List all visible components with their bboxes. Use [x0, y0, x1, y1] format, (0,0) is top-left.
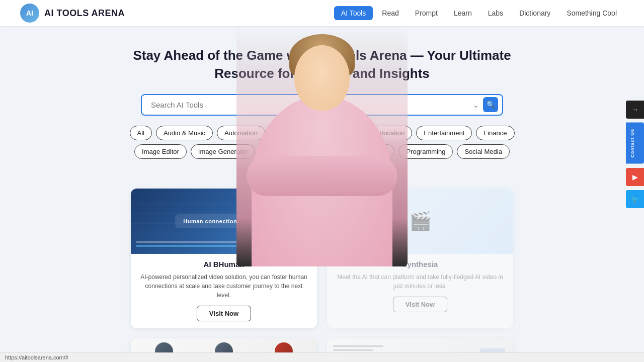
category-pill-all[interactable]: All [130, 126, 152, 140]
category-pills: AllAudio & MusicAutomationBusinessCopywr… [126, 126, 518, 177]
card-body-center: Synthesia Meet the AI that can platform … [327, 254, 513, 319]
main-content: Stay Ahead of the Game with AI Tools Are… [0, 26, 644, 362]
nav-link-dictionary[interactable]: Dictionary [512, 6, 557, 20]
card-bhuman: Human connections at scale AI BHuman AI-… [131, 189, 317, 328]
doc-line-1 [333, 345, 383, 347]
right-sidebar: → Contact Us ▶ 🐦 [626, 101, 644, 208]
category-pill-business[interactable]: Business [269, 126, 311, 140]
nav-link-prompt[interactable]: Prompt [408, 6, 445, 20]
nav-link-read[interactable]: Read [375, 6, 406, 20]
sidebar-youtube-btn[interactable]: ▶ [626, 168, 644, 186]
status-url: https://aitoolsarena.com/# [5, 354, 68, 360]
search-icons: ⌄ 🔍 [472, 97, 498, 112]
category-pill-photography[interactable]: Photography [343, 144, 395, 159]
bhuman-line-2 [136, 245, 242, 247]
category-pill-other[interactable]: Other [307, 144, 339, 159]
category-pill-text-to-speech[interactable]: Text To Speech [265, 163, 325, 177]
card-desc-center: Meet the AI that can platform and take f… [334, 273, 506, 291]
sidebar-arrow-btn[interactable]: → [626, 101, 644, 119]
card-center: 🎬 Synthesia Meet the AI that can platfor… [327, 189, 513, 328]
bhuman-tagline: Human connections at scale [175, 214, 273, 228]
nav-link-something-cool[interactable]: Something Cool [559, 6, 624, 20]
search-input[interactable] [141, 94, 503, 116]
category-pill-video-editor[interactable]: Video Editor [329, 163, 379, 177]
logo-text: AI TOOLS ARENA [44, 8, 125, 19]
category-pill-image-editor[interactable]: Image Editor [134, 144, 187, 159]
sidebar-contact-btn[interactable]: Contact Us [626, 123, 644, 164]
category-pill-social-media[interactable]: Social Media [457, 144, 509, 159]
card-thumb-center: 🎬 [327, 189, 513, 254]
search-button[interactable]: 🔍 [483, 97, 498, 112]
category-pill-audio-music[interactable]: Audio & Music [156, 126, 213, 140]
logo[interactable]: AI AI TOOLS ARENA [20, 4, 125, 23]
doc-line-2 [333, 349, 373, 351]
nav-links: AI ToolsReadPromptLearnLabsDictionarySom… [334, 6, 624, 20]
nav-link-labs[interactable]: Labs [481, 6, 510, 20]
category-pill-entertainment[interactable]: Entertainment [416, 126, 472, 140]
nav-link-learn[interactable]: Learn [447, 6, 479, 20]
bhuman-lines [136, 241, 312, 249]
hero-title: Stay Ahead of the Game with AI Tools Are… [121, 46, 523, 83]
status-bar: https://aitoolsarena.com/# [0, 352, 644, 362]
search-chevron-icon[interactable]: ⌄ [472, 100, 479, 110]
youtube-icon: ▶ [632, 173, 638, 181]
category-pill-finance[interactable]: Finance [476, 126, 514, 140]
category-pill-programming[interactable]: Programming [398, 144, 453, 159]
category-pill-marketing[interactable]: Marketing [259, 144, 303, 159]
card-title-center: Synthesia [334, 260, 506, 268]
category-pill-copywriting[interactable]: Copywriting [315, 126, 364, 140]
arrow-icon: → [631, 106, 638, 114]
card-thumb-bhuman: Human connections at scale [131, 189, 317, 254]
nav-link-ai-tools[interactable]: AI Tools [334, 6, 373, 20]
visit-btn-bhuman[interactable]: Visit Now [197, 306, 251, 321]
visit-btn-center[interactable]: Visit Now [393, 297, 447, 312]
card-body-bhuman: AI BHuman AI-powered personalized video … [131, 254, 317, 328]
cards-area: Human connections at scale AI BHuman AI-… [131, 189, 513, 362]
card-desc-bhuman: AI-powered personalized video solution, … [138, 273, 310, 300]
card-title-bhuman: AI BHuman [138, 260, 310, 268]
search-icon: 🔍 [487, 101, 495, 109]
twitter-icon: 🐦 [631, 195, 639, 203]
sidebar-twitter-btn[interactable]: 🐦 [626, 190, 644, 208]
category-pill-image-generator[interactable]: Image Generator [191, 144, 255, 159]
logo-icon: AI [20, 4, 39, 23]
bhuman-line-1 [136, 241, 277, 243]
category-pill-automation[interactable]: Automation [217, 126, 265, 140]
category-pill-education[interactable]: Education [368, 126, 412, 140]
search-wrapper: ⌄ 🔍 [141, 94, 503, 116]
navbar: AI AI TOOLS ARENA AI ToolsReadPromptLear… [0, 0, 644, 26]
